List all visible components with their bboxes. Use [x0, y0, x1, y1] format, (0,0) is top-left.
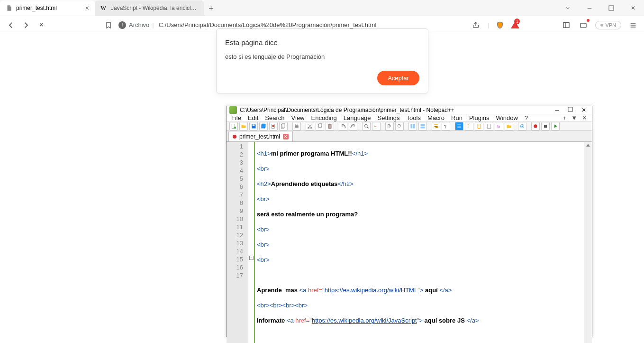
- close-icon[interactable]: ✕: [283, 134, 289, 139]
- replace-icon[interactable]: ab: [372, 122, 381, 130]
- menu-tools[interactable]: Tools: [407, 114, 421, 121]
- menu-macro[interactable]: Macro: [427, 114, 444, 121]
- svg-rect-18: [329, 124, 331, 125]
- svg-rect-35: [544, 125, 547, 128]
- minimize-button[interactable]: ─: [555, 107, 559, 113]
- svg-rect-24: [411, 124, 413, 129]
- wallet-icon[interactable]: [578, 20, 589, 30]
- close-file-icon[interactable]: [269, 122, 278, 130]
- indent-guide-icon[interactable]: [455, 122, 463, 130]
- open-file-icon[interactable]: [239, 122, 248, 130]
- tab-title: JavaScript - Wikipedia, la enciclopedia: [111, 5, 198, 11]
- svg-rect-4: [568, 107, 572, 111]
- menu-edit[interactable]: Edit: [248, 114, 258, 121]
- wrap-icon[interactable]: [432, 122, 440, 130]
- back-button[interactable]: [6, 20, 16, 30]
- menu-settings[interactable]: Settings: [378, 114, 400, 121]
- folder-workspace-icon[interactable]: [505, 122, 513, 130]
- close-all-icon[interactable]: [279, 122, 288, 130]
- svg-rect-10: [282, 124, 285, 128]
- vpn-button[interactable]: VPN: [595, 21, 621, 29]
- record-icon[interactable]: [531, 122, 540, 130]
- editor-text[interactable]: <h1>mi primer programa HTML!!</h1> <br> …: [255, 142, 592, 343]
- triangle-down-icon[interactable]: ▼: [571, 114, 577, 121]
- sidebar-icon[interactable]: [561, 20, 571, 30]
- doc-list-icon[interactable]: [485, 122, 493, 130]
- folder-margin-icon[interactable]: [465, 122, 473, 130]
- redo-icon[interactable]: [349, 122, 357, 130]
- npp-title-text: C:\Users\Principal\Documents\Lógica de P…: [240, 107, 454, 113]
- minimize-button[interactable]: ─: [579, 0, 600, 16]
- menu-window[interactable]: Window: [496, 114, 518, 121]
- cut-icon[interactable]: [306, 122, 314, 130]
- svg-rect-1: [563, 22, 569, 28]
- npp-menubar: File Edit Search View Encoding Language …: [227, 114, 592, 122]
- brave-shield-icon[interactable]: [496, 21, 504, 29]
- hidden-chars-icon[interactable]: ¶: [442, 122, 450, 130]
- save-icon[interactable]: [249, 122, 258, 130]
- svg-rect-3: [581, 23, 586, 28]
- doc-tab-label: primer_test.html: [239, 133, 280, 140]
- save-all-icon[interactable]: [259, 122, 268, 130]
- accept-button[interactable]: Aceptar: [377, 71, 419, 85]
- svg-rect-7: [253, 124, 255, 126]
- undo-icon[interactable]: [339, 122, 347, 130]
- menu-file[interactable]: File: [231, 114, 241, 121]
- close-button[interactable]: ✕: [581, 107, 586, 113]
- stop-button[interactable]: ✕: [36, 20, 46, 30]
- tab-wikipedia[interactable]: W JavaScript - Wikipedia, la enciclopedi…: [95, 0, 204, 16]
- rewards-icon[interactable]: 1: [511, 21, 519, 28]
- menu-search[interactable]: Search: [265, 114, 284, 121]
- chevron-down-icon[interactable]: [557, 0, 579, 16]
- new-file-icon[interactable]: [229, 122, 238, 130]
- notepadpp-icon: [229, 106, 237, 114]
- zoom-out-icon[interactable]: [395, 122, 404, 130]
- menu-plugins[interactable]: Plugins: [469, 114, 490, 121]
- menu-view[interactable]: View: [291, 114, 305, 121]
- find-icon[interactable]: [362, 122, 371, 130]
- zoom-in-icon[interactable]: [385, 122, 394, 130]
- bookmark-icon[interactable]: [103, 20, 114, 30]
- close-icon[interactable]: ×: [85, 4, 89, 12]
- menu-encoding[interactable]: Encoding: [311, 114, 337, 121]
- svg-point-34: [534, 124, 537, 128]
- close-icon[interactable]: ✕: [582, 114, 587, 121]
- vertical-scrollbar[interactable]: [584, 142, 592, 343]
- editor-gutter: 1234567891011121314151617: [227, 142, 248, 343]
- menu-help[interactable]: ?: [525, 114, 528, 121]
- menu-run[interactable]: Run: [451, 114, 463, 121]
- play-icon[interactable]: [551, 122, 560, 130]
- svg-rect-26: [421, 124, 425, 126]
- maximize-button[interactable]: [600, 0, 622, 16]
- doc-map-icon[interactable]: [475, 122, 483, 130]
- func-list-icon[interactable]: fx: [495, 122, 503, 130]
- svg-text:¶: ¶: [444, 124, 446, 129]
- svg-point-33: [522, 126, 523, 127]
- sync-h-icon[interactable]: [418, 122, 427, 130]
- tab-primer-test[interactable]: primer_test.html ×: [0, 0, 95, 16]
- forward-button[interactable]: [21, 20, 31, 30]
- address-url[interactable]: C:/Users/Principal/Documents/Lógica%20de…: [159, 21, 377, 28]
- fold-toggle-icon[interactable]: -: [249, 256, 254, 260]
- paste-icon[interactable]: [326, 122, 334, 130]
- editor[interactable]: 1234567891011121314151617 - <h1>mi prime…: [227, 141, 592, 343]
- close-button[interactable]: ✕: [622, 0, 644, 16]
- maximize-button[interactable]: [568, 107, 573, 113]
- plus-icon[interactable]: +: [563, 114, 567, 121]
- info-icon[interactable]: !: [118, 21, 126, 29]
- stop-icon[interactable]: [541, 122, 550, 130]
- address-badge: ! Archivo |: [118, 21, 154, 29]
- npp-titlebar[interactable]: C:\Users\Principal\Documents\Lógica de P…: [227, 106, 592, 114]
- new-tab-button[interactable]: +: [204, 1, 218, 16]
- svg-rect-27: [421, 127, 425, 129]
- sync-v-icon[interactable]: [408, 122, 417, 130]
- copy-icon[interactable]: [316, 122, 324, 130]
- menu-language[interactable]: Language: [344, 114, 371, 121]
- monitor-icon[interactable]: [518, 122, 526, 130]
- notepad-window: C:\Users\Principal\Documents\Lógica de P…: [226, 106, 592, 337]
- print-icon[interactable]: [292, 122, 301, 130]
- doc-tab-primer-test[interactable]: primer_test.html ✕: [228, 131, 293, 141]
- js-alert-dialog: Esta página dice esto si es lenguaje de …: [216, 28, 428, 93]
- share-icon[interactable]: [471, 20, 481, 30]
- menu-icon[interactable]: [628, 20, 638, 30]
